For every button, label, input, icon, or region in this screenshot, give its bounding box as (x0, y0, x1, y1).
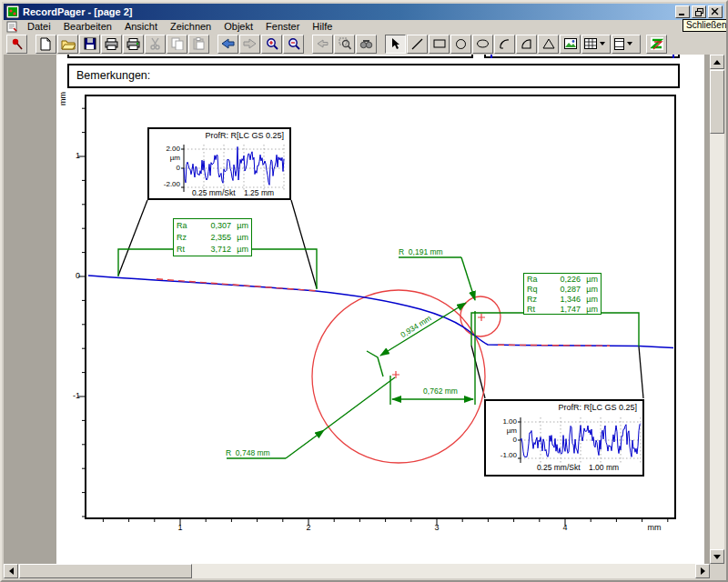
arrow-left-gray-icon (317, 39, 329, 48)
menu-ansicht[interactable]: Ansicht (118, 20, 164, 33)
triangle-tool-button[interactable] (538, 35, 559, 54)
table-row: Rq0,287µm (527, 285, 598, 295)
new-page-button[interactable] (35, 35, 56, 54)
menu-datei[interactable]: Datei (21, 20, 57, 33)
cut-button[interactable] (145, 35, 166, 54)
table-row: Ra0,307µm (177, 220, 248, 232)
x-tick-3: 3 (427, 523, 447, 532)
inset-y-max: 1.00 (486, 417, 517, 426)
table-row: Rz1,346µm (527, 295, 598, 305)
open-button[interactable] (57, 35, 78, 54)
restore-button[interactable] (692, 5, 706, 18)
y-axis-unit: mm (58, 92, 67, 110)
scrollbar-corner (710, 564, 724, 578)
table-row: Rt1,747µm (527, 305, 598, 315)
title-bar: RecordPager - [page 2] (4, 4, 724, 20)
inset-trace (184, 146, 284, 185)
scroll-up-button[interactable] (710, 55, 724, 69)
arc-tool-button[interactable] (494, 35, 515, 54)
table-tool-button[interactable] (581, 35, 611, 54)
dimension-radius-small[interactable]: R 0,191 mm (399, 247, 443, 256)
vertical-scroll-thumb[interactable] (710, 70, 724, 134)
menu-hilfe[interactable]: Hilfe (306, 20, 339, 33)
x-axis-unit: mm (644, 523, 664, 532)
new-page-icon (40, 37, 52, 51)
horizontal-scrollbar[interactable] (4, 564, 710, 578)
menu-zeichnen[interactable]: Zeichnen (164, 20, 217, 33)
inset-x-label: 0.25 mm/Skt 1.00 mm (513, 463, 642, 472)
scroll-left-button[interactable] (4, 564, 18, 578)
inset-y-zero: 0 (486, 436, 517, 444)
rectangle-tool-button[interactable] (429, 35, 450, 54)
minimize-button[interactable] (675, 5, 690, 18)
select-tool-button[interactable] (385, 35, 406, 54)
menu-bearbeiten[interactable]: Bearbeiten (57, 20, 118, 33)
find-button[interactable] (356, 35, 377, 54)
menu-objekt[interactable]: Objekt (217, 20, 259, 33)
document-page[interactable]: Bemerkungen: (56, 55, 704, 564)
dimension-radius-large[interactable]: R 0,748 mm (226, 448, 270, 457)
close-button[interactable] (708, 5, 723, 18)
table-dropdown-icon[interactable] (600, 42, 605, 45)
fitted-circles (312, 290, 500, 463)
table-row: Ra0,226µm (527, 275, 598, 285)
rectangle-icon (433, 38, 446, 49)
closed-arc-tool-button[interactable] (516, 35, 537, 54)
line-tool-button[interactable] (407, 35, 428, 54)
arrow-down-icon (713, 555, 721, 559)
scissors-icon (149, 37, 161, 50)
close-tooltip: Schließen (682, 19, 728, 32)
zoom-region-icon (339, 37, 351, 50)
document-icon[interactable] (6, 21, 18, 33)
triangle-icon (542, 38, 555, 49)
roughness-table-2[interactable]: Ra0,226µm Rq0,287µm Rz1,346µm Rt1,747µm (523, 273, 602, 315)
zoom-region-button[interactable] (334, 35, 355, 54)
inset-y-axis (518, 417, 521, 463)
x-tick-2: 2 (298, 523, 318, 532)
pin-button[interactable] (6, 35, 27, 54)
inset-y-unit: µm (486, 426, 517, 435)
table-icon (584, 38, 597, 49)
print-copy-button[interactable] (123, 35, 144, 54)
wizard-z-icon (651, 37, 663, 50)
roughness-table-1[interactable]: Ra0,307µm Rz2,355µm Rt3,712µm (173, 218, 252, 256)
print-button[interactable] (101, 35, 122, 54)
column-tool-button[interactable] (612, 35, 641, 54)
arrow-up-icon (713, 60, 721, 65)
zoom-region-right (471, 313, 639, 346)
menu-fenster[interactable]: Fenster (259, 20, 306, 33)
pin-icon (10, 37, 24, 51)
circle-tool-button[interactable] (450, 35, 471, 54)
printer-copy-icon (126, 38, 140, 50)
table-row: Rz2,355µm (177, 232, 248, 244)
nav-forward-button[interactable] (239, 35, 260, 54)
paste-button[interactable] (188, 35, 209, 54)
copy-button[interactable] (167, 35, 187, 54)
save-button[interactable] (79, 35, 100, 54)
inset-x-label: 0.25 mm/Skt 1.25 mm (177, 188, 289, 197)
y-tick-neg1: -1 (58, 391, 80, 400)
copy-icon (171, 37, 184, 50)
horizontal-scroll-thumb[interactable] (19, 564, 192, 578)
wizard-button[interactable] (646, 35, 667, 54)
roughness-inset-bottom[interactable]: ProfR: R[LC GS 0.25] 1.00 µm 0 -1.00 0.2… (484, 399, 644, 477)
dimension-horizontal[interactable]: 0,762 mm (399, 386, 481, 396)
nav-left-button[interactable] (312, 35, 333, 54)
x-tick-1: 1 (170, 523, 190, 532)
inset-y-zero: 0 (149, 164, 180, 172)
zoom-in-button[interactable] (261, 35, 282, 54)
arrow-left-icon (9, 567, 14, 575)
ellipse-tool-button[interactable] (472, 35, 493, 54)
column-dropdown-icon[interactable] (627, 42, 632, 45)
y-tick-0: 0 (58, 271, 80, 280)
zoom-out-button[interactable] (283, 35, 304, 54)
save-icon (84, 37, 96, 50)
scroll-down-button[interactable] (710, 549, 724, 564)
roughness-inset-top[interactable]: ProfR: R[LC GS 0.25] 2.00 µm 0 -2.00 0.2… (147, 127, 291, 200)
image-tool-button[interactable] (560, 35, 581, 54)
app-window: RecordPager - [page 2] Datei Bearbeiten … (0, 0, 728, 582)
scroll-right-button[interactable] (695, 564, 710, 578)
nav-back-button[interactable] (217, 35, 238, 54)
vertical-scrollbar[interactable] (710, 55, 724, 564)
column-icon (614, 38, 624, 50)
